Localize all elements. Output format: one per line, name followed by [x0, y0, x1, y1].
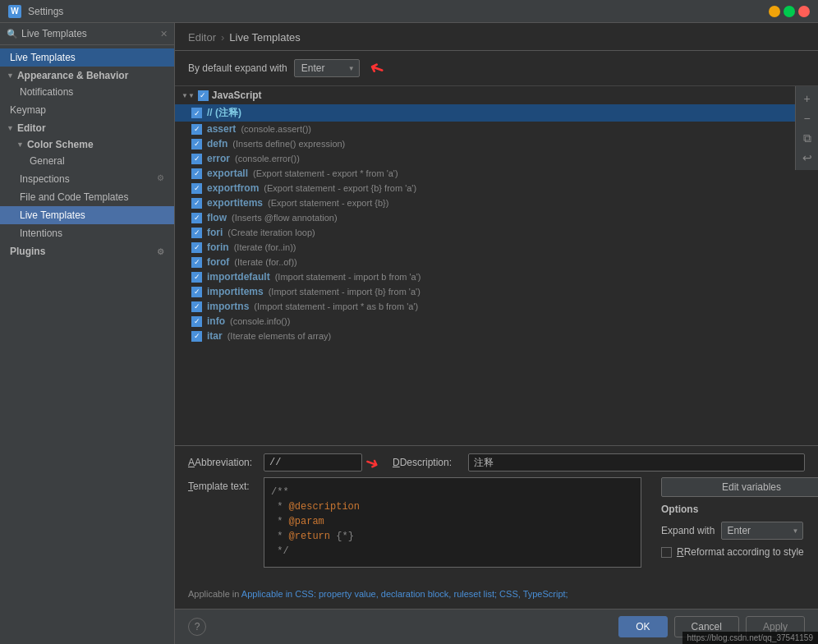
sidebar-item-live-templates[interactable]: Live Templates: [0, 206, 174, 224]
template-desc: (Iterate elements of array): [227, 331, 332, 341]
add-template-button[interactable]: +: [798, 90, 816, 108]
sidebar-item-editor[interactable]: Editor: [0, 119, 174, 136]
expand-select[interactable]: Enter Tab Space: [294, 59, 360, 77]
help-button[interactable]: ?: [188, 618, 206, 636]
template-item-importns[interactable]: ✓ importns (Import statement - import * …: [175, 299, 818, 314]
code-line-1: /**: [271, 485, 634, 499]
search-icon: 🔍: [7, 29, 18, 39]
template-checkbox[interactable]: ✓: [191, 272, 202, 283]
code-line-2: * @description: [271, 499, 634, 514]
search-input[interactable]: [21, 28, 157, 39]
main-layout: 🔍 ✕ Live Templates Appearance & Behavior…: [0, 23, 818, 644]
plugins-badge: ⚙: [157, 247, 164, 256]
sidebar-item-intentions[interactable]: Intentions: [0, 224, 174, 242]
expand-with-select[interactable]: Enter Tab Space: [721, 522, 803, 540]
template-checkbox[interactable]: ✓: [191, 242, 202, 253]
template-item-comment[interactable]: ✓ // (注释): [175, 104, 818, 122]
template-text-section: Template text: /** * @description * @par…: [188, 477, 805, 581]
template-text-label: Template text:: [188, 477, 254, 492]
template-item-itar[interactable]: ✓ itar (Iterate elements of array): [175, 329, 818, 343]
template-item-defn[interactable]: ✓ defn (Inserts define() expression): [175, 136, 818, 151]
close-button[interactable]: [798, 6, 810, 17]
template-item-info[interactable]: ✓ info (console.info()): [175, 314, 818, 329]
template-item-flow[interactable]: ✓ flow (Inserts @flow annotation): [175, 210, 818, 225]
applicable-row: Applicable in Applicable in CSS: propert…: [188, 586, 805, 602]
template-checkbox[interactable]: ✓: [191, 124, 202, 135]
template-item-assert[interactable]: ✓ assert (console.assert()): [175, 122, 818, 136]
template-item-exportitems[interactable]: ✓ exportitems (Export statement - export…: [175, 196, 818, 210]
javascript-group-header[interactable]: ▼ ✓ JavaScript: [175, 86, 818, 104]
template-desc: (Create iteration loop): [227, 228, 315, 237]
template-item-error[interactable]: ✓ error (console.error()): [175, 151, 818, 166]
template-desc: (Inserts define() expression): [232, 139, 345, 149]
javascript-checkbox[interactable]: ✓: [198, 90, 209, 101]
remove-template-button[interactable]: −: [798, 109, 816, 127]
chevron-down-icon: [7, 71, 14, 80]
breadcrumb: Editor › Live Templates: [188, 31, 301, 44]
template-editor[interactable]: /** * @description * @param * @return {*…: [264, 477, 641, 568]
template-checkbox[interactable]: ✓: [191, 287, 202, 297]
template-desc: (Inserts @flow annotation): [232, 213, 338, 223]
applicable-link[interactable]: Applicable in CSS: property value, decla…: [241, 589, 568, 599]
toolbar-row: By default expand with Enter Tab Space ➜: [175, 51, 818, 85]
breadcrumb-separator: ›: [221, 31, 224, 44]
window-title: Settings: [28, 6, 769, 17]
templates-list: ▼ ✓ JavaScript ✓ // (注释) ✓ assert (conso…: [175, 86, 818, 445]
template-checkbox[interactable]: ✓: [191, 301, 202, 312]
template-checkbox[interactable]: ✓: [191, 154, 202, 164]
template-checkbox[interactable]: ✓: [191, 108, 202, 118]
template-abbr: exportitems: [207, 197, 263, 209]
restore-button[interactable]: ↩: [798, 149, 816, 167]
template-text-and-options: /** * @description * @param * @return {*…: [264, 477, 818, 581]
copy-template-button[interactable]: ⧉: [798, 129, 816, 147]
breadcrumb-live-templates: Live Templates: [229, 31, 300, 44]
template-item-importdefault[interactable]: ✓ importdefault (Import statement - impo…: [175, 269, 818, 284]
reformat-label: RReformat according to style: [677, 546, 804, 558]
template-abbr: info: [207, 315, 225, 327]
javascript-group-label: JavaScript: [212, 90, 262, 101]
sidebar-item-appearance-behavior[interactable]: Appearance & Behavior: [0, 67, 174, 83]
edit-variables-button[interactable]: Edit variables: [661, 477, 818, 497]
reformat-row: RReformat according to style: [661, 546, 818, 558]
sidebar-item-plugins[interactable]: Plugins ⚙: [0, 242, 174, 260]
description-input[interactable]: [468, 453, 805, 472]
template-item-exportfrom[interactable]: ✓ exportfrom (Export statement - export …: [175, 181, 818, 196]
sidebar-item-file-code-templates[interactable]: File and Code Templates: [0, 188, 174, 206]
sidebar-item-general[interactable]: General: [0, 152, 174, 170]
template-item-importitems[interactable]: ✓ importitems (Import statement - import…: [175, 284, 818, 299]
template-abbr: itar: [207, 330, 223, 342]
template-desc: (Import statement - import {b} from 'a'): [269, 287, 420, 297]
template-item-forin[interactable]: ✓ forin (Iterate (for..in)): [175, 240, 818, 255]
template-abbr: // (注释): [207, 106, 241, 120]
template-item-exportall[interactable]: ✓ exportall (Export statement - export *…: [175, 166, 818, 181]
sidebar-nav: Live Templates Appearance & Behavior Not…: [0, 45, 174, 644]
sidebar-item-inspections[interactable]: Inspections ⚙: [0, 170, 174, 188]
reformat-checkbox[interactable]: [661, 547, 672, 558]
template-checkbox[interactable]: ✓: [191, 228, 202, 238]
red-arrow-2: ➜: [362, 451, 382, 474]
template-checkbox[interactable]: ✓: [191, 316, 202, 327]
template-checkbox[interactable]: ✓: [191, 257, 202, 268]
ok-button[interactable]: OK: [618, 616, 667, 637]
maximize-button[interactable]: [784, 6, 795, 17]
sidebar-item-notifications[interactable]: Notifications: [0, 83, 174, 101]
template-checkbox[interactable]: ✓: [191, 168, 202, 179]
template-checkbox[interactable]: ✓: [191, 139, 202, 150]
sidebar-item-color-scheme[interactable]: Color Scheme: [0, 136, 174, 152]
template-item-forof[interactable]: ✓ forof (Iterate (for..of)): [175, 255, 818, 269]
expand-select-wrapper: Enter Tab Space: [294, 59, 360, 77]
sidebar-item-keymap[interactable]: Keymap: [0, 101, 174, 119]
template-checkbox[interactable]: ✓: [191, 331, 202, 342]
template-desc: (console.assert()): [241, 124, 311, 134]
template-item-fori[interactable]: ✓ fori (Create iteration loop): [175, 225, 818, 240]
minimize-button[interactable]: [769, 6, 780, 17]
template-checkbox[interactable]: ✓: [191, 213, 202, 223]
templates-area: ▼ ✓ JavaScript ✓ // (注释) ✓ assert (conso…: [175, 85, 818, 445]
main-content: Editor › Live Templates By default expan…: [175, 23, 818, 644]
sidebar-item-live-templates-top[interactable]: Live Templates: [0, 48, 174, 67]
template-checkbox[interactable]: ✓: [191, 198, 202, 209]
search-clear-icon[interactable]: ✕: [160, 29, 168, 39]
chevron-down-icon: [16, 140, 24, 149]
abbreviation-input[interactable]: [264, 453, 362, 472]
template-checkbox[interactable]: ✓: [191, 183, 202, 194]
